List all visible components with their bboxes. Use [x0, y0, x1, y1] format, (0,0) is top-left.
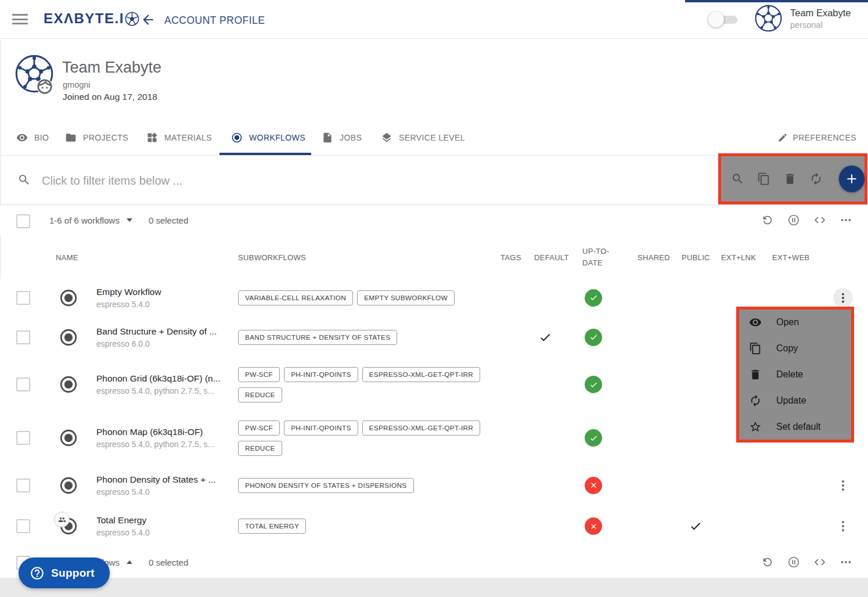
row-checkbox[interactable] — [16, 330, 30, 344]
delete-icon[interactable] — [783, 172, 797, 186]
up-to-date-badge — [585, 477, 602, 494]
support-button[interactable]: Support — [19, 558, 110, 588]
table-row: Total Energyespresso 5.4.0TOTAL ENERGY — [0, 506, 868, 547]
theme-toggle[interactable] — [708, 12, 740, 27]
tab-materials[interactable]: MATERIALS — [146, 120, 212, 155]
preferences-label: PREFERENCES — [793, 133, 856, 142]
hamburger-menu-icon[interactable] — [12, 14, 28, 24]
up-to-date-badge — [585, 517, 602, 535]
default-check-icon — [539, 331, 552, 344]
up-to-date-badge — [585, 329, 602, 346]
context-menu-item-open[interactable]: Open — [739, 310, 851, 336]
column-header-tags: TAGS — [500, 253, 521, 261]
file-icon — [322, 132, 333, 143]
default-cell — [526, 317, 564, 358]
row-checkbox[interactable] — [16, 291, 30, 305]
row-checkbox[interactable] — [16, 431, 30, 445]
add-workflow-button[interactable] — [839, 166, 865, 192]
row-checkbox[interactable] — [16, 479, 30, 492]
tab-projects[interactable]: PROJECTS — [65, 120, 128, 155]
row-menu-button[interactable] — [836, 479, 850, 492]
workflow-name[interactable]: Phonon Density of States + ... — [96, 474, 216, 485]
workflow-type-icon — [59, 328, 78, 347]
profile-joined-date: Joined on Aug 17, 2018 — [63, 92, 157, 102]
back-arrow-icon[interactable] — [141, 12, 156, 27]
row-checkbox[interactable] — [16, 519, 30, 533]
workflow-meta: espresso 5.4.0 — [96, 528, 150, 537]
row-menu-button[interactable] — [836, 519, 850, 533]
context-menu-item-copy[interactable]: Copy — [739, 336, 851, 362]
tab-bio[interactable]: BIO — [16, 120, 49, 155]
row-menu-button[interactable] — [833, 288, 853, 308]
row-checkbox-cell — [16, 506, 30, 546]
workflow-type-icon — [59, 375, 78, 394]
tab-jobs[interactable]: JOBS — [322, 120, 362, 155]
context-menu-item-delete[interactable]: Delete — [739, 362, 851, 388]
tab-service-level[interactable]: SERVICE LEVEL — [381, 120, 465, 155]
pause-icon[interactable] — [787, 556, 800, 569]
context-menu-item-update[interactable]: Update — [739, 387, 851, 413]
subworkflow-chip: PHONON DENSITY OF STATES + DISPERSIONS — [238, 478, 414, 493]
soccer-ball-icon — [125, 12, 139, 26]
workflow-meta: espresso 5.4.0, python 2.7.5, s... — [96, 440, 214, 449]
up-to-date-cell — [577, 411, 610, 465]
up-to-date-cell — [577, 506, 610, 546]
subworkflow-chip: ESPRESSO-XML-GET-QPT-IRR — [362, 420, 481, 436]
preferences-button[interactable]: PREFERENCES — [777, 120, 856, 155]
update-icon[interactable] — [809, 172, 823, 186]
row-context-menu: OpenCopyDeleteUpdateSet default — [736, 307, 854, 443]
workflow-name-cell: Empty Workflowespresso 5.4.0 — [96, 279, 229, 317]
up-to-date-badge — [585, 289, 602, 307]
context-menu-item-set-default[interactable]: Set default — [739, 413, 851, 440]
select-all-checkbox[interactable] — [16, 214, 30, 228]
undo-icon[interactable] — [761, 214, 774, 226]
public-cell — [679, 465, 712, 506]
column-header-name: NAME — [56, 253, 78, 261]
pause-icon[interactable] — [787, 214, 800, 226]
search-icon — [17, 173, 31, 186]
workflow-name[interactable]: Total Energy — [96, 515, 146, 526]
workflow-name[interactable]: Empty Workflow — [96, 287, 161, 297]
filter-input[interactable] — [41, 167, 624, 194]
subworkflows-cell: VARIABLE-CELL RELAXATIONEMPTY SUBWORKFLO… — [238, 279, 506, 317]
trash-icon — [749, 368, 762, 381]
column-header-default: DEFAULT — [534, 253, 569, 261]
workflow-type-icon — [59, 516, 78, 536]
help-icon — [30, 566, 45, 581]
up-to-date-cell — [577, 465, 610, 506]
subworkflow-chip: BAND STRUCTURE + DENSITY OF STATES — [238, 330, 397, 345]
exabyte-logo[interactable]: EXΛBYTE.I — [44, 10, 139, 27]
bottom-gray-strip — [0, 578, 868, 597]
pagination-range: 1-6 of 6 workflows — [49, 215, 120, 225]
column-header-extlnk: EXT+LNK — [721, 253, 756, 261]
eye-icon — [16, 132, 28, 143]
context-menu-label: Update — [776, 395, 806, 406]
chevron-down-icon[interactable] — [127, 218, 132, 222]
row-checkbox-cell — [16, 465, 30, 506]
code-icon[interactable] — [813, 556, 826, 569]
tab-label: SERVICE LEVEL — [399, 133, 465, 142]
header-account-menu[interactable]: Team Exabyte personal — [755, 5, 851, 32]
eye-icon — [749, 316, 762, 329]
cross-icon — [589, 481, 598, 490]
code-icon[interactable] — [813, 214, 826, 226]
row-checkbox[interactable] — [16, 377, 30, 391]
column-header-shared: SHARED — [638, 253, 670, 261]
subworkflow-chip: PH-INIT-QPOINTS — [284, 367, 358, 382]
widgets-icon — [146, 132, 158, 143]
workflow-name[interactable]: Band Structure + Density of ... — [96, 326, 217, 337]
chevron-up-icon[interactable] — [127, 560, 132, 564]
workflow-type-icon — [59, 288, 78, 308]
public-cell — [679, 506, 712, 546]
more-horiz-icon[interactable] — [840, 556, 852, 569]
account-profile-page: EXΛBYTE.I ACCOUNT PROFILE Team Exabyte p… — [0, 0, 868, 597]
search-icon[interactable] — [731, 172, 744, 186]
more-horiz-icon[interactable] — [840, 214, 852, 226]
copy-icon[interactable] — [757, 172, 770, 186]
workflow-name[interactable]: Phonon Map (6k3q18i-OF) — [96, 427, 203, 437]
subworkflow-chip: PW-SCF — [238, 367, 280, 382]
tab-workflows[interactable]: WORKFLOWS — [231, 120, 305, 155]
workflow-name[interactable]: Phonon Grid (6k3q18i-OF) (n... — [96, 373, 221, 384]
undo-icon[interactable] — [761, 556, 774, 569]
row-checkbox-cell — [16, 317, 30, 358]
